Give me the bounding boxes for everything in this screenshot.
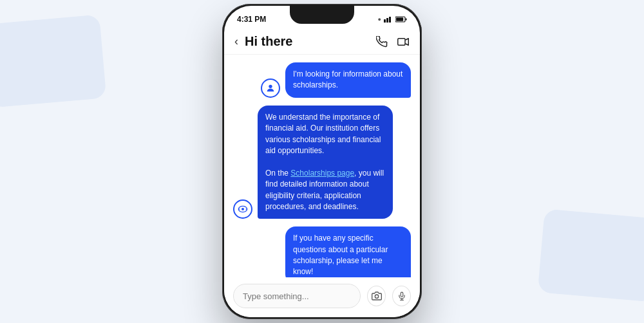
- chat-header: ‹ Hi there: [224, 29, 420, 55]
- svg-rect-0: [384, 19, 386, 23]
- svg-point-9: [242, 208, 244, 210]
- message-text-2a: We understand the importance of financia…: [265, 113, 381, 155]
- mic-button[interactable]: [392, 286, 411, 306]
- svg-rect-6: [398, 38, 405, 45]
- message-input[interactable]: [233, 284, 361, 308]
- back-button[interactable]: ‹: [234, 35, 238, 48]
- user-avatar: [261, 78, 280, 98]
- bg-shape-right: [538, 208, 644, 302]
- svg-rect-5: [396, 17, 403, 21]
- svg-rect-1: [386, 18, 388, 23]
- message-row-3: If you have any specific questions about…: [233, 226, 411, 277]
- video-icon[interactable]: [397, 36, 410, 48]
- scholarships-link[interactable]: Scholarships page: [290, 169, 354, 178]
- message-text-2b: On the: [265, 169, 290, 178]
- battery-icon: [395, 16, 407, 23]
- phone-notch: [290, 6, 354, 24]
- chat-title: Hi there: [245, 34, 370, 49]
- signal-icon: [384, 16, 393, 23]
- svg-point-7: [269, 84, 272, 88]
- messages-area: I'm looking for information about schola…: [224, 55, 420, 277]
- input-bar: [224, 277, 420, 317]
- message-row-2: We understand the importance of financia…: [233, 106, 411, 219]
- message-bubble-3: If you have any specific questions about…: [285, 226, 411, 277]
- camera-button[interactable]: [367, 286, 386, 306]
- status-time: 4:31 PM: [237, 15, 266, 24]
- message-bubble-2: We understand the importance of financia…: [258, 106, 393, 219]
- message-bubble-1: I'm looking for information about schola…: [285, 62, 411, 98]
- phone-frame: 4:31 PM ● ‹ Hi there: [222, 4, 422, 319]
- status-icons: ●: [378, 16, 407, 23]
- message-text-1: I'm looking for information about schola…: [293, 69, 402, 89]
- svg-point-12: [375, 295, 378, 298]
- message-text-3: If you have any specific questions about…: [293, 234, 388, 276]
- message-row-1: I'm looking for information about schola…: [233, 62, 411, 98]
- call-icon[interactable]: [376, 36, 388, 48]
- header-action-icons: [376, 36, 410, 48]
- svg-rect-4: [406, 19, 407, 21]
- bot-avatar: [233, 199, 252, 219]
- phone-screen: 4:31 PM ● ‹ Hi there: [224, 6, 420, 317]
- svg-rect-13: [401, 292, 403, 297]
- notification-icon: ●: [378, 16, 381, 23]
- svg-rect-2: [389, 17, 391, 23]
- bg-shape-left: [0, 14, 106, 107]
